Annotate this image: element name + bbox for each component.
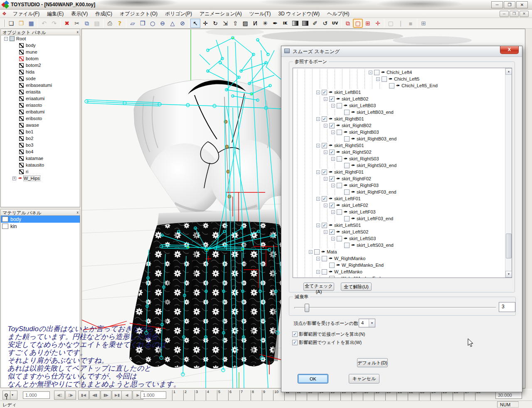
- bone-tree-item[interactable]: ✓✒W_LeftManko_End: [293, 275, 505, 278]
- bone-tree-item[interactable]: -✓✒skirt_LeftS02: [293, 229, 505, 235]
- bone-checkbox[interactable]: ✓: [322, 170, 327, 175]
- tree-expander-icon[interactable]: -: [324, 230, 328, 234]
- menu-item-7[interactable]: ツール(T): [246, 10, 275, 18]
- bone-tree-item[interactable]: -✓✒skirt_LeftB03: [293, 102, 505, 109]
- bone-tree-item[interactable]: -✓✒skirt_RightS03: [293, 155, 505, 162]
- bone-checkbox[interactable]: ✓: [382, 76, 387, 82]
- paste-icon[interactable]: ▤: [92, 19, 102, 28]
- material-item[interactable]: body: [1, 216, 80, 223]
- bone-tree-item[interactable]: -✓✒skirt_RightS02: [293, 149, 505, 155]
- print-icon[interactable]: ⎙: [105, 19, 115, 28]
- primitive-sphere-icon[interactable]: ○: [148, 19, 158, 28]
- tree-expander-icon[interactable]: -: [376, 77, 380, 81]
- bone-checkbox[interactable]: ✓: [329, 150, 335, 155]
- redo-icon[interactable]: ↷: [49, 19, 59, 28]
- lattice-tool-icon[interactable]: ▨: [240, 19, 250, 28]
- frame-step-field[interactable]: [23, 391, 50, 399]
- end-frame-field[interactable]: [495, 391, 522, 399]
- grid-table-icon[interactable]: ⊞: [419, 19, 429, 28]
- new-file-icon[interactable]: ❏: [6, 19, 16, 28]
- bone-checkbox[interactable]: ✓: [329, 229, 335, 235]
- dialog-title-bar[interactable]: スムーズ スキニング X: [281, 46, 522, 57]
- dialog-close-button[interactable]: X: [500, 46, 519, 54]
- object-tree-item[interactable]: eribaseatumi: [1, 82, 80, 88]
- restore-button[interactable]: ❐: [504, 1, 515, 8]
- bone-checkbox[interactable]: ✓: [322, 256, 327, 261]
- bone-tree-item[interactable]: -✓✒skirt_RightB02: [293, 122, 505, 129]
- attenuation-value-field[interactable]: 3: [499, 302, 515, 312]
- object-tree-item[interactable]: awase: [1, 122, 80, 128]
- object-tree-item[interactable]: ri: [1, 168, 80, 175]
- primitive-cube-icon[interactable]: ❒: [138, 19, 148, 28]
- tree-expander-icon[interactable]: -: [316, 170, 320, 174]
- tree-expander-icon[interactable]: -: [316, 224, 320, 227]
- bone-tree-item[interactable]: -✓✒Chichi_Left5: [293, 76, 505, 82]
- menu-item-0[interactable]: ファイル(F): [9, 10, 43, 18]
- bone-checkbox[interactable]: ✓: [322, 116, 327, 122]
- bone-checkbox[interactable]: ✓: [329, 176, 335, 182]
- object-tree-item[interactable]: bo3: [1, 142, 80, 148]
- object-tree-item[interactable]: bo4: [1, 148, 80, 155]
- menu-item-1[interactable]: 編集(E): [43, 10, 67, 18]
- tree-expander-icon[interactable]: -: [309, 250, 313, 254]
- undo-icon[interactable]: ↶: [39, 19, 49, 28]
- ok-button[interactable]: OK: [298, 374, 328, 383]
- bone-tree-item[interactable]: -✓✒W_RightManko: [293, 255, 505, 262]
- bone-tree-item[interactable]: -✓✒skirt_LeftF02: [293, 202, 505, 209]
- bone-checkbox[interactable]: ✓: [322, 223, 327, 228]
- tree-expander-icon[interactable]: -: [331, 237, 335, 241]
- weight-checkbox[interactable]: ✓: [292, 340, 298, 345]
- object-tree-item[interactable]: bo2: [1, 135, 80, 142]
- near-bones-checkbox[interactable]: ✓: [292, 332, 298, 337]
- material-item[interactable]: kin: [1, 223, 80, 230]
- uncheck-all-button[interactable]: 全て解除(U): [341, 283, 372, 291]
- close-button[interactable]: ✕: [516, 1, 528, 8]
- menu-item-4[interactable]: オブジェクト(O): [116, 10, 161, 18]
- bone-checkbox[interactable]: ✓: [337, 236, 342, 241]
- mdi-minimize-button[interactable]: ─: [500, 11, 509, 17]
- bone-tree-item[interactable]: ✓✒skirt_LeftB03_end: [293, 109, 505, 116]
- bone-tree-item[interactable]: -✓✒skirt_LeftF01: [293, 195, 505, 202]
- tree-expander-icon[interactable]: -: [331, 210, 335, 214]
- move-tool-icon[interactable]: ✛: [200, 19, 210, 28]
- bone-tree-item[interactable]: -✓✒skirt_LeftB01: [293, 89, 505, 96]
- bone-checkbox[interactable]: ✓: [344, 110, 350, 115]
- bone-tree-item[interactable]: ✓✒skirt_LeftF03_end: [293, 215, 505, 222]
- playback-button-6[interactable]: ◀: [121, 391, 132, 400]
- object-tree-item[interactable]: sode: [1, 75, 80, 82]
- axis-display-icon[interactable]: ✛: [373, 19, 383, 28]
- bone-tree-item[interactable]: ✓✒Chichi_Left5_End: [293, 82, 505, 89]
- tree-expander-icon[interactable]: -: [4, 37, 8, 41]
- bone-tree-item[interactable]: -✓✒Chichi_Left4: [293, 69, 505, 76]
- point-display-icon[interactable]: ▪: [406, 19, 416, 28]
- tree-expander-icon[interactable]: -: [324, 150, 328, 154]
- tree-expander-icon[interactable]: +: [12, 177, 16, 180]
- tree-expander-icon[interactable]: -: [331, 184, 335, 187]
- bone-checkbox[interactable]: ✓: [329, 276, 335, 278]
- menu-item-8[interactable]: 3D ウィンドウ(W): [275, 10, 323, 18]
- tree-expander-icon[interactable]: -: [324, 124, 328, 128]
- primitive-cylinder-icon[interactable]: ⊖: [158, 19, 167, 28]
- bone-tree-item[interactable]: -✓✒skirt_LeftS03: [293, 235, 505, 242]
- bone-tree-item[interactable]: ✓✒W_RightManko_End: [293, 262, 505, 268]
- bone-checkbox[interactable]: ✓: [322, 196, 327, 202]
- bone-checkbox[interactable]: ✓: [337, 130, 342, 135]
- bone-checkbox[interactable]: ✓: [329, 203, 335, 208]
- bone-checkbox[interactable]: ✓: [374, 70, 379, 75]
- material-panel-close-icon[interactable]: x: [77, 210, 79, 214]
- bone-checkbox[interactable]: ✓: [322, 90, 327, 95]
- default-button[interactable]: デフォルト(D): [357, 358, 388, 367]
- bone-tree-item[interactable]: -✓✒skirt_RightF02: [293, 175, 505, 182]
- open-file-icon[interactable]: ❐: [16, 19, 26, 28]
- tree-expander-icon[interactable]: -: [324, 204, 328, 207]
- playback-button-2[interactable]: ▮◀: [78, 391, 89, 400]
- bone-checkbox[interactable]: ✓: [337, 156, 342, 162]
- tree-expander-icon[interactable]: -: [331, 130, 335, 134]
- select-tool-icon[interactable]: ↖: [190, 19, 200, 28]
- tree-expander-icon[interactable]: -: [316, 117, 320, 121]
- menu-item-2[interactable]: 表示(V): [67, 10, 91, 18]
- bone-tree-item[interactable]: -✓✒skirt_RightF03: [293, 182, 505, 189]
- bone-checkbox[interactable]: ✓: [344, 163, 350, 168]
- menu-item-9[interactable]: ヘルプ(H): [323, 10, 353, 18]
- extrude-tool-icon[interactable]: ⇧: [230, 19, 240, 28]
